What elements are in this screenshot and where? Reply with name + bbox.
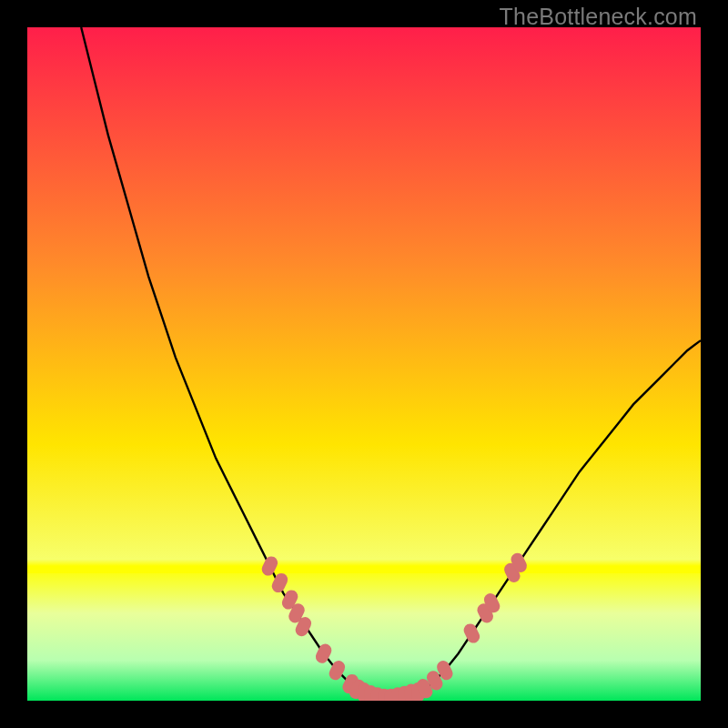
chart-frame — [27, 27, 701, 701]
bottleneck-chart — [27, 27, 701, 701]
watermark-text: TheBottleneck.com — [500, 4, 697, 30]
yellow-band — [27, 566, 701, 573]
gradient-background — [27, 27, 701, 701]
